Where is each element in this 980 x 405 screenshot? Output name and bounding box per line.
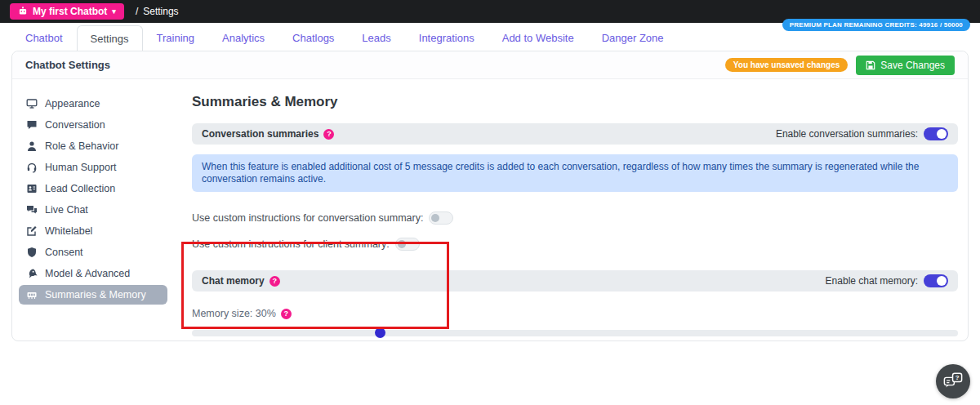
tab-danger-zone[interactable]: Danger Zone	[588, 24, 678, 51]
sidebar-item-label: Live Chat	[45, 204, 88, 216]
chatbot-selector-button[interactable]: My first Chatbot ▾	[10, 3, 124, 20]
tab-chatlogs[interactable]: Chatlogs	[278, 24, 348, 51]
help-icon[interactable]: ?	[270, 276, 280, 287]
person-icon	[26, 140, 38, 152]
card-title: Chatbot Settings	[25, 59, 110, 71]
sidebar-item-label: Consent	[45, 247, 83, 258]
memory-chip-icon	[26, 289, 38, 300]
app-window: My first Chatbot ▾ / Settings PREMIUM PL…	[0, 0, 980, 405]
enable-conversation-summaries-toggle[interactable]	[924, 127, 948, 140]
tab-analytics[interactable]: Analytics	[208, 24, 278, 51]
chat-bubble-icon	[26, 119, 38, 131]
tab-training[interactable]: Training	[143, 24, 208, 51]
shield-icon	[26, 247, 38, 258]
sidebar-item-role-behavior[interactable]: Role & Behavior	[19, 136, 167, 156]
save-button-label: Save Changes	[880, 60, 945, 71]
breadcrumb-separator: /	[136, 6, 138, 17]
memory-size-slider[interactable]	[192, 330, 958, 336]
chatbot-settings-card: Chatbot Settings You have unsaved change…	[11, 51, 969, 341]
breadcrumb-current: Settings	[143, 6, 178, 17]
sidebar-item-label: Role & Behavior	[45, 140, 118, 152]
live-chat-icon	[26, 204, 38, 216]
conversation-summaries-section-header: Conversation summaries ? Enable conversa…	[192, 123, 958, 145]
sidebar-item-consent[interactable]: Consent	[19, 243, 167, 262]
card-header: Chatbot Settings You have unsaved change…	[12, 51, 968, 79]
headset-icon	[26, 162, 38, 173]
memory-size-label: Memory size: 30%	[192, 308, 276, 319]
custom-conversation-summary-row: Use custom instructions for conversation…	[192, 211, 958, 225]
breadcrumb: / Settings	[136, 6, 179, 17]
custom-conversation-summary-toggle[interactable]	[429, 211, 453, 225]
sidebar-item-label: Conversation	[45, 119, 105, 131]
memory-size-row: Memory size: 30% ?	[192, 308, 958, 319]
custom-client-summary-row: Use custom instructions for client summa…	[192, 238, 958, 251]
chat-widget-launcher-button[interactable]: ?	[936, 364, 970, 398]
unsaved-changes-badge: You have unsaved changes	[725, 58, 848, 72]
sidebar-item-label: Appearance	[45, 98, 100, 109]
sidebar-item-label: Whitelabel	[45, 225, 92, 237]
custom-client-summary-label: Use custom instructions for client summa…	[192, 238, 390, 250]
enable-chat-memory-toggle[interactable]	[924, 274, 948, 287]
sidebar-item-lead-collection[interactable]: Lead Collection	[19, 179, 167, 198]
custom-conversation-summary-label: Use custom instructions for conversation…	[192, 212, 423, 224]
chat-widget-icon: ?	[942, 372, 964, 391]
tab-integrations[interactable]: Integrations	[405, 24, 488, 51]
monitor-icon	[26, 98, 38, 109]
memory-size-slider-thumb[interactable]	[375, 327, 385, 338]
help-icon[interactable]: ?	[323, 129, 334, 140]
tab-add-to-website[interactable]: Add to Website	[488, 24, 588, 51]
conversation-summaries-title: Conversation summaries	[202, 128, 318, 140]
save-changes-button[interactable]: Save Changes	[856, 56, 955, 75]
credits-info-alert: When this feature is enabled additional …	[192, 154, 958, 192]
save-icon	[866, 60, 875, 70]
sidebar-item-label: Summaries & Memory	[45, 289, 146, 300]
tab-settings[interactable]: Settings	[77, 25, 143, 51]
sidebar-item-label: Human Support	[45, 162, 117, 173]
enable-conversation-summaries-label: Enable conversation summaries:	[776, 128, 918, 140]
chevron-down-icon: ▾	[112, 7, 116, 16]
sidebar-item-summaries-memory[interactable]: Summaries & Memory	[19, 285, 167, 305]
sidebar-item-label: Lead Collection	[45, 183, 115, 194]
page-title: Summaries & Memory	[192, 94, 958, 110]
sidebar-item-whitelabel[interactable]: Whitelabel	[19, 221, 167, 241]
sidebar-item-model-advanced[interactable]: Model & Advanced	[19, 264, 167, 283]
contact-card-icon	[26, 183, 38, 194]
sidebar-item-live-chat[interactable]: Live Chat	[19, 200, 167, 220]
chat-memory-section-header: Chat memory ? Enable chat memory:	[192, 270, 958, 292]
sidebar-item-conversation[interactable]: Conversation	[19, 115, 167, 135]
remaining-credits-badge: PREMIUM PLAN REMAINING CREDITS: 49916 / …	[782, 19, 970, 31]
chatbot-selector-label: My first Chatbot	[33, 6, 107, 17]
robot-icon	[18, 7, 28, 16]
pencil-square-icon	[26, 225, 38, 237]
settings-sidebar: Appearance Conversation Role & Behavior	[19, 89, 167, 336]
sidebar-item-appearance[interactable]: Appearance	[19, 94, 167, 113]
settings-content: Summaries & Memory Conversation summarie…	[192, 89, 958, 336]
tab-leads[interactable]: Leads	[348, 24, 404, 51]
svg-text:?: ?	[956, 374, 960, 381]
tab-chatbot[interactable]: Chatbot	[11, 24, 77, 51]
custom-client-summary-toggle[interactable]	[395, 238, 420, 251]
chat-memory-title: Chat memory	[202, 275, 265, 287]
help-icon[interactable]: ?	[281, 309, 292, 319]
sidebar-item-human-support[interactable]: Human Support	[19, 158, 167, 177]
rocket-icon	[26, 268, 38, 279]
sidebar-item-label: Model & Advanced	[45, 268, 130, 279]
enable-chat-memory-label: Enable chat memory:	[826, 275, 918, 287]
